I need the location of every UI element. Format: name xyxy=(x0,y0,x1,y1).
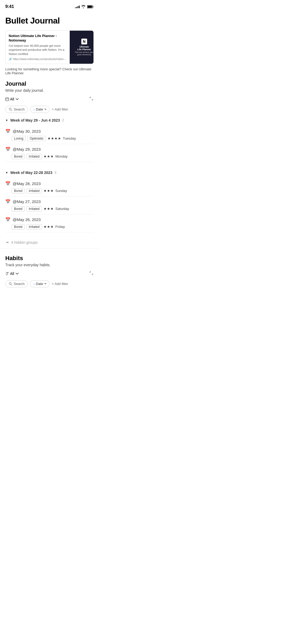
entry-date: @May 28, 2023 xyxy=(13,181,41,186)
habits-expand-icon[interactable] xyxy=(89,271,94,277)
tag-loving: Loving xyxy=(12,136,26,141)
entry-stars: ★★★ xyxy=(44,225,54,229)
collapse-triangle-icon: ▼ xyxy=(5,119,8,122)
promo-caption: Looking for something more special? Chec… xyxy=(5,67,94,75)
tag-irritated: Irritated xyxy=(26,154,42,159)
svg-rect-3 xyxy=(6,98,9,101)
recycle-icon xyxy=(5,272,9,275)
tag-bored: Bored xyxy=(12,224,25,229)
journal-search-bar: Search ↓ Date + Add filter xyxy=(5,106,94,113)
journal-entry-may26[interactable]: 📅 @May 26, 2023 Bored Irritated ★★★ Frid… xyxy=(5,214,94,232)
journal-filter-row: All xyxy=(5,96,94,102)
entry-stars: ★★★★ xyxy=(48,136,61,140)
entry-day: Saturday xyxy=(55,207,69,211)
collapse-icon xyxy=(5,240,10,245)
tag-optimistic: Optimistic xyxy=(27,136,46,141)
journal-entry-may30[interactable]: 📅 @May 30, 2023 Loving Optimistic ★★★★ T… xyxy=(5,126,94,144)
entry-date-row: 📅 @May 28, 2023 xyxy=(5,181,94,186)
tag-bored: Bored xyxy=(12,154,25,159)
status-icons xyxy=(75,5,94,8)
journal-all-filter[interactable]: All xyxy=(5,97,19,101)
entry-day: Friday xyxy=(55,225,65,229)
entry-date-row: 📅 @May 26, 2023 xyxy=(5,217,94,222)
habits-filter-row: All xyxy=(5,271,94,277)
calendar-icon: 📅 xyxy=(5,181,11,186)
habits-date-filter[interactable]: ↓ Date xyxy=(30,280,50,287)
promo-image: N UltimateLife Planner Plan and achieve … xyxy=(70,31,94,64)
signal-icon xyxy=(75,5,80,8)
add-filter-button[interactable]: + Add filter xyxy=(52,107,68,111)
promo-text-area: Notion Ultimate Life Planner - Notionway… xyxy=(6,31,70,64)
entry-date: @May 30, 2023 xyxy=(13,129,41,134)
habits-add-filter-label: + Add filter xyxy=(52,282,68,286)
habits-chevron-icon xyxy=(44,282,47,285)
entry-day: Monday xyxy=(55,154,68,158)
tag-bored: Bored xyxy=(12,188,25,194)
promo-title: Notion Ultimate Life Planner - Notionway xyxy=(9,34,67,43)
svg-point-4 xyxy=(9,108,11,110)
search-label: Search xyxy=(14,107,25,111)
tag-irritated: Irritated xyxy=(26,188,42,194)
collapse-triangle-2-icon: ▼ xyxy=(5,171,8,174)
status-bar: 9:41 xyxy=(0,0,99,12)
hidden-groups[interactable]: 4 hidden groups xyxy=(5,237,94,248)
section-divider xyxy=(0,248,99,249)
habits-title: Habits xyxy=(5,255,94,262)
habits-add-filter-button[interactable]: + Add filter xyxy=(52,282,68,286)
entry-tags-row: Bored Irritated ★★★ Saturday xyxy=(5,206,94,211)
chevron-down-icon xyxy=(15,97,19,101)
journal-entry-may28[interactable]: 📅 @May 28, 2023 Bored Irritated ★★★ Sund… xyxy=(5,178,94,196)
wifi-icon xyxy=(81,5,86,8)
week-group-1: ▼ Week of May 29 - Jun 4 2023 2 📅 @May 3… xyxy=(5,118,94,162)
journal-entry-may29[interactable]: 📅 @May 29, 2023 Bored Irritated ★★★ Mond… xyxy=(5,144,94,162)
chevron-down-habits-icon xyxy=(15,272,19,275)
habits-search-label: Search xyxy=(14,282,25,286)
entry-stars: ★★★ xyxy=(44,189,54,193)
habits-date-label: Date xyxy=(36,282,43,286)
hidden-groups-label: 4 hidden groups xyxy=(11,240,37,245)
main-content: Bullet Journal Notion Ultimate Life Plan… xyxy=(0,12,99,309)
status-time: 9:41 xyxy=(5,4,14,9)
journal-subtitle: Write your daily journal. xyxy=(5,88,94,93)
habits-search-bar: Search ↓ Date + Add filter xyxy=(5,280,94,287)
entry-date-row: 📅 @May 30, 2023 xyxy=(5,129,94,134)
entry-tags-row: Bored Irritated ★★★ Monday xyxy=(5,154,94,159)
promo-card[interactable]: Notion Ultimate Life Planner - Notionway… xyxy=(5,30,94,64)
svg-point-5 xyxy=(9,282,11,284)
calendar-icon: 📅 xyxy=(5,217,11,222)
journal-search-pill[interactable]: Search xyxy=(5,106,28,113)
entry-date: @May 27, 2023 xyxy=(13,199,41,204)
entry-tags-row: Bored Irritated ★★★ Friday xyxy=(5,224,94,229)
journal-title: Journal xyxy=(5,80,94,87)
link-icon: 🔗 xyxy=(9,58,12,61)
week-title-2: Week of May 22-28 2023 xyxy=(10,171,52,175)
calendar-icon: 📅 xyxy=(5,199,11,204)
tag-irritated: Irritated xyxy=(26,224,42,229)
week-header-2[interactable]: ▼ Week of May 22-28 2023 3 xyxy=(5,171,94,175)
svg-rect-1 xyxy=(93,6,93,7)
calendar-list-icon xyxy=(5,97,9,101)
habits-all-filter[interactable]: All xyxy=(5,272,19,276)
habits-sort-arrow-icon: ↓ xyxy=(33,282,35,286)
entry-stars: ★★★ xyxy=(44,207,54,211)
svg-rect-2 xyxy=(88,6,92,8)
entry-date: @May 26, 2023 xyxy=(13,217,41,222)
tag-irritated: Irritated xyxy=(26,206,42,211)
entry-date: @May 29, 2023 xyxy=(13,147,41,151)
entry-date-row: 📅 @May 29, 2023 xyxy=(5,147,94,152)
journal-section: Journal Write your daily journal. All xyxy=(5,80,94,248)
habits-search-pill[interactable]: Search xyxy=(5,280,28,287)
journal-entry-may27[interactable]: 📅 @May 27, 2023 Bored Irritated ★★★ Satu… xyxy=(5,196,94,214)
week-header-1[interactable]: ▼ Week of May 29 - Jun 4 2023 2 xyxy=(5,118,94,122)
week-count-1: 2 xyxy=(62,118,64,122)
sort-arrow-icon: ↓ xyxy=(33,107,35,111)
promo-description: I've helped over 40,000 people get more … xyxy=(9,44,67,56)
journal-date-filter[interactable]: ↓ Date xyxy=(30,106,50,113)
tag-bored: Bored xyxy=(12,206,25,211)
search-icon-habits xyxy=(9,282,12,286)
entry-day: Tuesday xyxy=(63,136,76,140)
expand-icon[interactable] xyxy=(89,96,94,102)
promo-url: 🔗 https://www.notionway.com/products/not… xyxy=(9,58,67,61)
entry-day: Sunday xyxy=(55,189,67,193)
chevron-down-small-icon xyxy=(44,108,47,111)
